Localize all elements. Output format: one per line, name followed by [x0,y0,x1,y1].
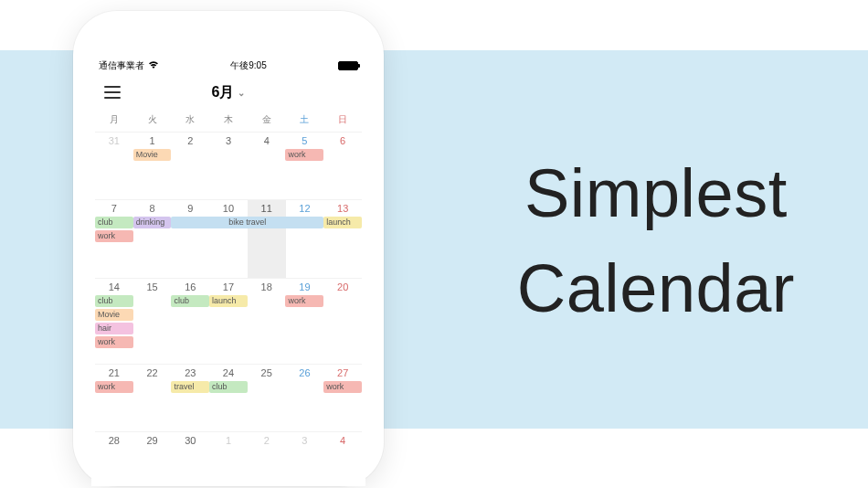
weekday-sun: 日 [323,113,362,126]
event-pill[interactable]: launch [209,295,248,307]
month-label: 6月 [212,83,235,102]
events-layer: club club launch work Movie hair work [95,295,362,364]
app-header: 6月 ⌄ [91,75,365,110]
week-row: 28 29 30 1 2 3 4 [95,431,362,468]
event-pill[interactable]: work [95,381,133,393]
event-pill[interactable]: Movie [95,309,133,321]
hamburger-menu-icon[interactable] [104,86,121,99]
event-pill[interactable]: club [95,217,133,228]
wifi-icon [148,60,159,71]
event-pill[interactable]: work [323,381,362,393]
status-bar: 通信事業者 午後9:05 [91,57,365,75]
weekday-fri: 金 [248,113,286,126]
event-pill[interactable]: work [285,149,323,161]
month-selector[interactable]: 6月 ⌄ [212,83,246,102]
weekday-mon: 月 [95,113,133,126]
battery-icon [338,61,358,70]
day-cell[interactable]: 3 [286,432,324,468]
weekday-sat: 土 [286,113,324,126]
event-pill[interactable]: club [171,295,209,307]
event-pill[interactable]: club [95,295,133,307]
calendar-grid: 31 1 2 3 4 5 6 Movie work 7 8 9 10 11 12 [91,132,365,468]
event-pill[interactable]: work [285,295,323,307]
clock: 午後9:05 [230,59,266,72]
week-row: 31 1 2 3 4 5 6 Movie work [95,132,362,199]
day-cell[interactable]: 28 [95,432,133,468]
event-pill[interactable]: bike travel [171,217,323,228]
event-pill[interactable]: Movie [133,149,172,161]
phone-mockup: 通信事業者 午後9:05 6月 ⌄ 月 火 水 木 金 土 [73,11,384,486]
week-row: 21 22 23 24 25 26 27 work travel club wo… [95,364,362,431]
day-cell[interactable]: 1 [209,432,248,468]
event-pill[interactable]: work [95,336,133,348]
marketing-headline: Simplest Calendar [517,146,795,335]
event-pill[interactable]: travel [171,381,209,393]
events-layer: Movie work [95,149,362,199]
event-pill[interactable]: hair [95,323,133,334]
day-cell[interactable]: 4 [323,432,362,468]
week-row: 7 8 9 10 11 12 13 club drinking bike tra… [95,199,362,278]
phone-screen: 通信事業者 午後9:05 6月 ⌄ 月 火 水 木 金 土 [91,57,365,486]
day-cell[interactable]: 29 [133,432,172,468]
event-pill[interactable]: work [95,230,133,242]
weekday-thu: 木 [209,113,248,126]
day-cell[interactable]: 2 [248,432,286,468]
carrier-label: 通信事業者 [99,59,144,72]
week-row: 14 15 16 17 18 19 20 club club launch wo… [95,278,362,364]
day-cell[interactable]: 30 [171,432,209,468]
chevron-down-icon: ⌄ [238,88,245,98]
weekday-header: 月 火 水 木 金 土 日 [91,110,365,132]
event-pill[interactable]: club [209,381,248,393]
weekday-tue: 火 [133,113,172,126]
headline-line-2: Calendar [517,241,795,336]
event-pill[interactable]: launch [323,217,362,228]
event-pill[interactable]: drinking [133,217,172,228]
status-left: 通信事業者 [99,59,159,72]
weekday-wed: 水 [171,113,209,126]
headline-line-1: Simplest [517,146,795,241]
events-layer: club drinking bike travel launch work [95,217,362,278]
events-layer: work travel club work [95,381,362,431]
